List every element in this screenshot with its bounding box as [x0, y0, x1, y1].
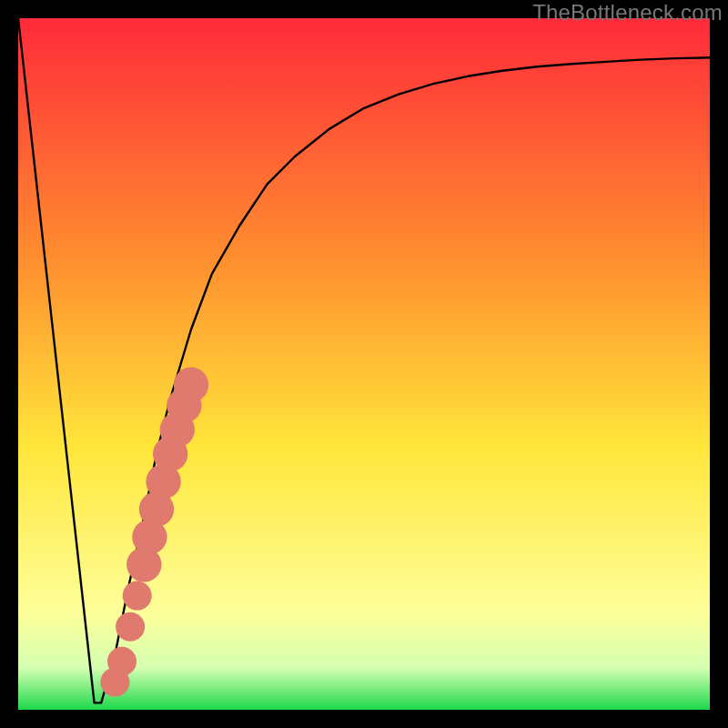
marker-dot: [107, 647, 136, 676]
bottleneck-curve: [18, 18, 710, 703]
marker-dot: [123, 581, 152, 611]
marker-dot: [116, 612, 145, 642]
chart-svg: [18, 18, 710, 710]
watermark-text: TheBottleneck.com: [532, 0, 723, 25]
marker-dot: [174, 368, 208, 402]
plot-area: [18, 18, 710, 710]
chart-frame: TheBottleneck.com: [0, 0, 728, 728]
